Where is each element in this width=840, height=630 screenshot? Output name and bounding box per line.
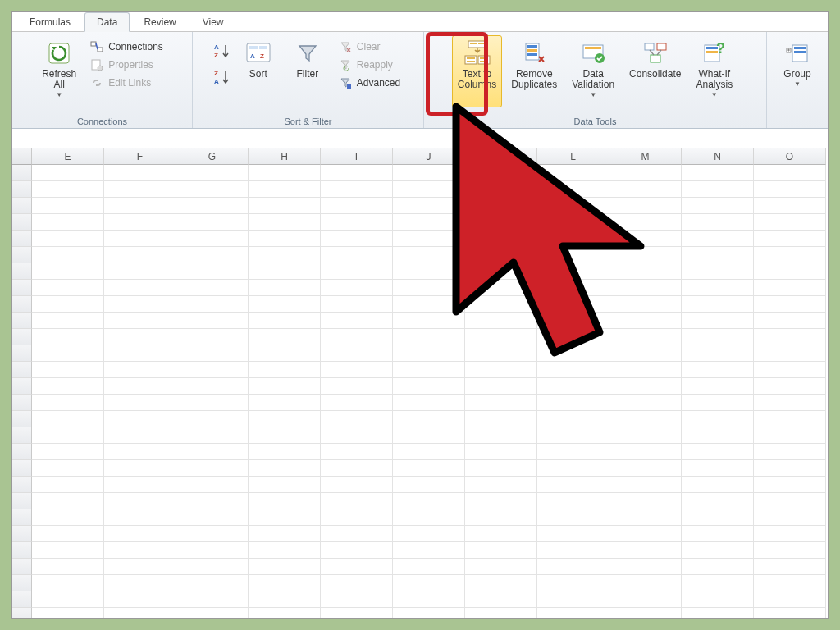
row-header[interactable] (12, 362, 32, 378)
cell[interactable] (249, 263, 321, 280)
cell[interactable] (249, 559, 321, 575)
cell[interactable] (754, 313, 826, 329)
cell[interactable] (321, 427, 393, 444)
cell[interactable] (537, 411, 609, 427)
cell[interactable] (176, 477, 249, 493)
row-header[interactable] (12, 509, 32, 526)
cell[interactable] (682, 296, 754, 313)
cell[interactable] (682, 460, 754, 477)
cell[interactable] (32, 181, 104, 198)
cell[interactable] (176, 378, 249, 395)
cell[interactable] (609, 559, 682, 575)
cell[interactable] (537, 559, 609, 575)
cell[interactable] (176, 214, 249, 231)
cell[interactable] (32, 427, 104, 444)
cell[interactable] (754, 575, 826, 591)
cell[interactable] (609, 575, 682, 591)
cell[interactable] (609, 378, 682, 395)
cell[interactable] (249, 477, 321, 493)
cell[interactable] (249, 280, 321, 296)
cell[interactable] (537, 509, 609, 526)
cell[interactable] (609, 280, 682, 296)
cell[interactable] (104, 411, 176, 427)
column-header[interactable]: K (465, 148, 537, 165)
cell[interactable] (176, 313, 249, 329)
cell[interactable] (682, 559, 754, 575)
cell[interactable] (537, 395, 609, 411)
cell[interactable] (609, 411, 682, 427)
cell[interactable] (32, 313, 104, 329)
row-header[interactable] (12, 411, 32, 427)
cell[interactable] (465, 427, 537, 444)
cell[interactable] (393, 345, 465, 362)
cell[interactable] (682, 509, 754, 526)
cell[interactable] (321, 526, 393, 542)
cell[interactable] (104, 198, 176, 214)
cell[interactable] (176, 509, 249, 526)
cell[interactable] (682, 247, 754, 263)
cell[interactable] (465, 214, 537, 231)
cell[interactable] (393, 231, 465, 247)
cell[interactable] (465, 181, 537, 198)
cell[interactable] (682, 313, 754, 329)
cell[interactable] (754, 247, 826, 263)
cell[interactable] (321, 329, 393, 345)
cell[interactable] (682, 231, 754, 247)
cell[interactable] (465, 444, 537, 460)
cell[interactable] (32, 477, 104, 493)
cell[interactable] (393, 313, 465, 329)
cell[interactable] (393, 378, 465, 395)
cell[interactable] (32, 559, 104, 575)
row-header[interactable] (12, 263, 32, 280)
cell[interactable] (537, 313, 609, 329)
cell[interactable] (682, 477, 754, 493)
cell[interactable] (32, 542, 104, 559)
cell[interactable] (465, 493, 537, 509)
cell[interactable] (104, 575, 176, 591)
row-header[interactable] (12, 575, 32, 591)
column-header[interactable]: I (321, 148, 393, 165)
cell[interactable] (321, 313, 393, 329)
cell[interactable] (249, 395, 321, 411)
cell[interactable] (465, 378, 537, 395)
cell[interactable] (682, 263, 754, 280)
column-header[interactable]: O (754, 148, 826, 165)
cell[interactable] (609, 263, 682, 280)
cell[interactable] (465, 509, 537, 526)
cell[interactable] (104, 165, 176, 181)
cell[interactable] (754, 477, 826, 493)
cell[interactable] (754, 263, 826, 280)
row-header[interactable] (12, 296, 32, 313)
cell[interactable] (537, 214, 609, 231)
cell[interactable] (682, 378, 754, 395)
cell[interactable] (104, 247, 176, 263)
cell[interactable] (609, 362, 682, 378)
cell[interactable] (754, 591, 826, 608)
cell[interactable] (393, 427, 465, 444)
cell[interactable] (176, 575, 249, 591)
cell[interactable] (754, 362, 826, 378)
cell[interactable] (104, 559, 176, 575)
cell[interactable] (32, 362, 104, 378)
cell[interactable] (249, 608, 321, 619)
cell[interactable] (465, 362, 537, 378)
cell[interactable] (609, 165, 682, 181)
cell[interactable] (176, 608, 249, 619)
cell[interactable] (754, 280, 826, 296)
cell[interactable] (393, 575, 465, 591)
cell[interactable] (32, 263, 104, 280)
cell[interactable] (32, 280, 104, 296)
sort-za-button[interactable]: ZA (211, 66, 232, 88)
tab-review[interactable]: Review (131, 12, 188, 31)
cell[interactable] (321, 395, 393, 411)
cell[interactable] (754, 198, 826, 214)
column-header[interactable]: H (249, 148, 321, 165)
cell[interactable] (393, 198, 465, 214)
select-all-corner[interactable] (12, 148, 32, 165)
remove-duplicates-button[interactable]: Remove Duplicates (505, 35, 563, 107)
group-button[interactable]: Group ▼ (774, 35, 820, 107)
cell[interactable] (393, 444, 465, 460)
grid[interactable] (12, 165, 828, 619)
cell[interactable] (465, 575, 537, 591)
cell[interactable] (32, 214, 104, 231)
